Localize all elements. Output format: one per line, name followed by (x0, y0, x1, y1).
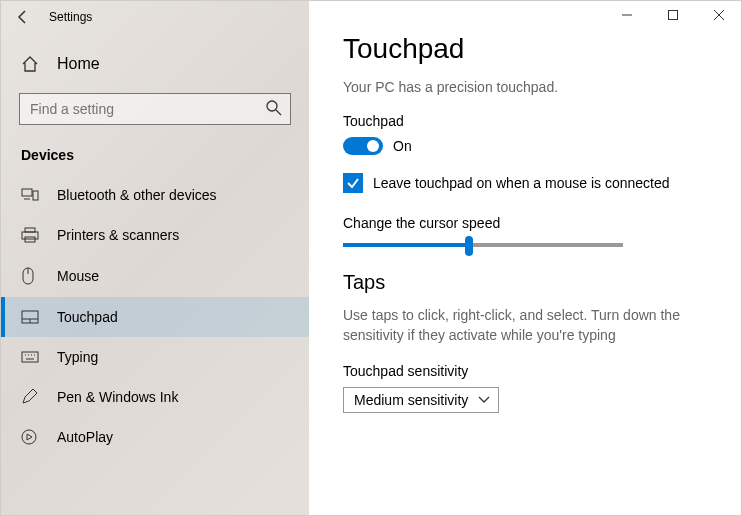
nav-label: Bluetooth & other devices (57, 187, 217, 203)
search-icon (265, 99, 283, 117)
pen-icon (21, 389, 41, 405)
taps-heading: Taps (343, 271, 707, 294)
leave-on-checkbox[interactable] (343, 173, 363, 193)
close-button[interactable] (696, 1, 741, 30)
svg-rect-10 (669, 11, 678, 20)
svg-rect-8 (22, 352, 38, 362)
touchpad-icon (21, 310, 41, 324)
touchpad-toggle[interactable] (343, 137, 383, 155)
toggle-state: On (393, 138, 412, 154)
back-button[interactable] (13, 7, 33, 27)
maximize-button[interactable] (650, 1, 696, 30)
nav-mouse[interactable]: Mouse (1, 255, 309, 297)
taps-description: Use taps to click, right-click, and sele… (343, 306, 707, 345)
category-heading: Devices (1, 139, 309, 175)
nav-label: Printers & scanners (57, 227, 179, 243)
sensitivity-label: Touchpad sensitivity (343, 363, 707, 379)
svg-rect-3 (25, 228, 35, 232)
svg-rect-4 (22, 232, 38, 239)
printer-icon (21, 227, 41, 243)
cursor-speed-slider[interactable] (343, 243, 623, 247)
nav-typing[interactable]: Typing (1, 337, 309, 377)
cursor-speed-label: Change the cursor speed (343, 215, 707, 231)
chevron-down-icon (478, 396, 490, 404)
devices-icon (21, 188, 41, 202)
nav-touchpad[interactable]: Touchpad (1, 297, 309, 337)
sensitivity-select[interactable]: Medium sensitivity (343, 387, 499, 413)
autoplay-icon (21, 429, 41, 445)
slider-thumb[interactable] (465, 236, 473, 256)
slider-fill (343, 243, 469, 247)
svg-point-0 (267, 101, 277, 111)
toggle-label: Touchpad (343, 113, 707, 129)
mouse-icon (21, 267, 41, 285)
nav-label: AutoPlay (57, 429, 113, 445)
nav-autoplay[interactable]: AutoPlay (1, 417, 309, 457)
nav-pen[interactable]: Pen & Windows Ink (1, 377, 309, 417)
nav-printers[interactable]: Printers & scanners (1, 215, 309, 255)
svg-point-9 (22, 430, 36, 444)
nav-label: Mouse (57, 268, 99, 284)
minimize-button[interactable] (604, 1, 650, 30)
search-box[interactable] (19, 93, 291, 125)
home-label: Home (57, 55, 100, 73)
search-input[interactable] (19, 93, 291, 125)
window-title: Settings (49, 10, 92, 24)
home-icon (21, 55, 41, 73)
sensitivity-value: Medium sensitivity (354, 392, 468, 408)
keyboard-icon (21, 351, 41, 363)
page-subtitle: Your PC has a precision touchpad. (343, 79, 707, 95)
nav-label: Typing (57, 349, 98, 365)
svg-rect-1 (22, 189, 32, 196)
nav-bluetooth[interactable]: Bluetooth & other devices (1, 175, 309, 215)
page-heading: Touchpad (343, 33, 707, 65)
nav-label: Touchpad (57, 309, 118, 325)
nav-label: Pen & Windows Ink (57, 389, 178, 405)
home-nav[interactable]: Home (1, 45, 309, 83)
svg-rect-2 (33, 191, 38, 200)
checkbox-label: Leave touchpad on when a mouse is connec… (373, 175, 670, 191)
